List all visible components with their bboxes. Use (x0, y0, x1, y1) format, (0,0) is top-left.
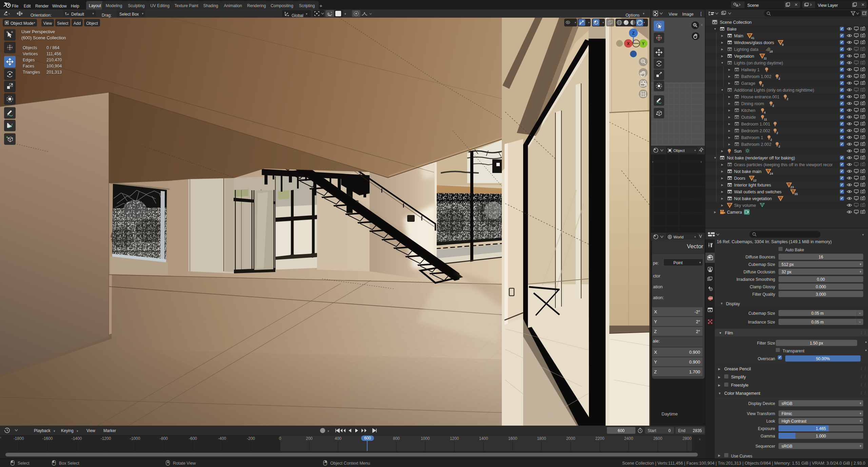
svg-text:-600: -600 (189, 436, 197, 441)
svg-text:-1400: -1400 (72, 436, 82, 441)
svg-text:-400: -400 (218, 436, 226, 441)
svg-text:Z: Z (632, 31, 634, 36)
svg-text:200: 200 (306, 436, 313, 441)
svg-text:-1000: -1000 (130, 436, 140, 441)
svg-text:-1600: -1600 (42, 436, 53, 441)
svg-text:2600: 2600 (653, 436, 663, 441)
svg-text:2800: 2800 (683, 436, 692, 441)
svg-text:600: 600 (364, 436, 371, 441)
svg-text:1000: 1000 (421, 436, 430, 441)
svg-text:400: 400 (335, 436, 341, 441)
svg-text:2000: 2000 (566, 436, 575, 441)
svg-text:2400: 2400 (624, 436, 633, 441)
svg-text:-1200: -1200 (101, 436, 111, 441)
svg-text:1200: 1200 (450, 436, 459, 441)
svg-text:-800: -800 (160, 436, 168, 441)
svg-text:1600: 1600 (508, 436, 517, 441)
svg-text:X: X (627, 41, 630, 46)
svg-text:1800: 1800 (537, 436, 546, 441)
svg-text:800: 800 (393, 436, 400, 441)
svg-text:1400: 1400 (479, 436, 488, 441)
svg-text:Y: Y (642, 41, 645, 46)
svg-text:-1800: -1800 (14, 436, 24, 441)
svg-text:0: 0 (279, 436, 281, 441)
svg-text:-200: -200 (247, 436, 255, 441)
svg-text:2200: 2200 (595, 436, 605, 441)
